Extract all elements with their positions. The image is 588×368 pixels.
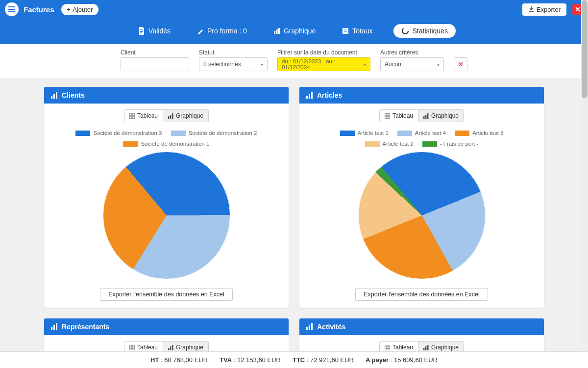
card-representants: Représentants Tableau Graphique <box>44 318 289 352</box>
add-button[interactable]: + Ajouter <box>61 4 99 15</box>
legend-item[interactable]: Société de démonstration 2 <box>171 130 257 136</box>
autres-select[interactable]: Aucun ▾ <box>380 57 444 71</box>
svg-rect-2 <box>278 28 280 34</box>
content-area: Clients Tableau Graphique Société de dém… <box>0 78 588 352</box>
close-icon <box>575 7 580 12</box>
legend-label: Société de démonstration 3 <box>93 130 162 136</box>
legend-label: Article test 1 <box>358 130 389 136</box>
legend-clients: Société de démonstration 3Société de dém… <box>64 130 270 147</box>
toggle-label: Tableau <box>137 344 158 351</box>
toggle-table[interactable]: Tableau <box>124 110 163 122</box>
export-excel-button[interactable]: Exporter l'ensemble des données en Excel <box>100 288 233 301</box>
svg-rect-12 <box>306 96 308 99</box>
legend-item[interactable]: Article test 3 <box>455 130 503 136</box>
legend-swatch <box>171 131 186 136</box>
tab-label: Pro forma : 0 <box>207 27 247 35</box>
svg-rect-8 <box>129 113 135 119</box>
pencil-icon <box>197 27 204 34</box>
ht-value: 60 768,00 EUR <box>164 356 208 364</box>
toggle-table[interactable]: Tableau <box>380 110 418 122</box>
tab-totaux[interactable]: Totaux <box>336 24 378 38</box>
svg-rect-1 <box>276 29 277 34</box>
svg-point-4 <box>402 28 408 34</box>
svg-rect-9 <box>168 116 170 119</box>
legend-item[interactable]: Article test 2 <box>365 141 414 147</box>
svg-rect-29 <box>385 345 390 350</box>
legend-swatch <box>123 141 138 147</box>
tab-graphique[interactable]: Graphique <box>268 24 321 38</box>
statut-select[interactable]: 0 sélectionnés ▾ <box>199 57 268 71</box>
table-icon <box>129 345 135 350</box>
apayer-value: 15 609,60 EUR <box>394 356 438 364</box>
chevron-down-icon: ▾ <box>261 62 263 67</box>
svg-rect-23 <box>168 348 170 350</box>
bar-chart-icon <box>306 92 313 99</box>
pie-chart-articles <box>358 152 486 279</box>
page-title: Factures <box>24 5 54 14</box>
toggle-table[interactable]: Tableau <box>380 342 418 352</box>
svg-rect-30 <box>423 348 425 350</box>
tab-proforma[interactable]: Pro forma : 0 <box>191 24 253 38</box>
legend-item[interactable]: Article test 1 <box>340 130 389 136</box>
scrollbar[interactable] <box>581 0 588 351</box>
toggle-chart[interactable]: Graphique <box>418 110 464 122</box>
footer-totals: HT : 60 768,00 EUR TVA : 12 153,60 EUR T… <box>0 351 588 368</box>
filter-client-label: Client <box>121 49 189 56</box>
svg-rect-18 <box>427 113 429 119</box>
legend-swatch <box>455 131 469 136</box>
svg-rect-15 <box>385 113 390 119</box>
tabs: Validés Pro forma : 0 Graphique Totaux S… <box>0 19 588 43</box>
legend-label: Société de démonstration 1 <box>141 141 209 147</box>
svg-rect-24 <box>170 346 172 350</box>
toggle-label: Graphique <box>431 344 459 351</box>
legend-label: Article test 3 <box>472 130 503 136</box>
export-excel-button[interactable]: Exporter l'ensemble des données en Excel <box>355 288 488 301</box>
legend-item[interactable]: - Frais de port - <box>422 141 479 147</box>
svg-rect-11 <box>172 113 173 119</box>
svg-rect-27 <box>309 325 310 330</box>
legend-item[interactable]: Société de démonstration 1 <box>123 141 209 147</box>
chart-icon <box>273 27 280 34</box>
document-icon <box>138 27 145 35</box>
legend-item[interactable]: Société de démonstration 3 <box>75 130 162 136</box>
autres-value: Aucun <box>385 61 401 68</box>
toggle-label: Tableau <box>137 112 158 119</box>
tab-statistiques[interactable]: Statistiques <box>393 24 456 38</box>
bar-chart-icon <box>306 323 313 330</box>
table-icon <box>129 113 135 119</box>
export-label: Exporter <box>537 6 561 13</box>
toggle-label: Graphique <box>176 344 203 351</box>
toggle-chart[interactable]: Graphique <box>418 342 464 352</box>
legend-item[interactable]: Article test 4 <box>397 130 446 136</box>
svg-rect-25 <box>172 345 173 350</box>
client-input[interactable] <box>121 57 189 71</box>
tab-valides[interactable]: Validés <box>132 24 176 38</box>
svg-rect-19 <box>51 327 52 330</box>
calculator-icon <box>342 27 349 34</box>
svg-rect-3 <box>343 28 348 34</box>
card-title: Activités <box>317 323 345 331</box>
clear-filter-button[interactable] <box>454 57 467 71</box>
svg-rect-31 <box>425 346 427 350</box>
download-icon <box>528 6 534 12</box>
plus-icon: + <box>67 6 71 13</box>
view-toggle: Tableau Graphique <box>379 341 464 352</box>
toggle-chart[interactable]: Graphique <box>163 342 208 352</box>
legend-swatch <box>397 131 412 136</box>
date-range-select[interactable]: du : 01/12/2023 - au : 01/12/2024 ▾ <box>277 57 370 71</box>
legend-label: Société de démonstration 2 <box>189 130 257 136</box>
menu-button[interactable] <box>5 2 19 16</box>
scrollbar-thumb[interactable] <box>582 0 588 98</box>
pie-chart-clients <box>103 152 230 279</box>
card-clients: Clients Tableau Graphique Société de dém… <box>44 87 289 308</box>
export-button[interactable]: Exporter <box>522 3 566 16</box>
view-toggle: Tableau Graphique <box>379 109 464 122</box>
toggle-table[interactable]: Tableau <box>124 342 163 352</box>
stats-icon <box>401 27 409 35</box>
filter-statut-label: Statut <box>199 49 268 56</box>
ttc-label: TTC <box>293 356 305 364</box>
table-icon <box>385 113 390 119</box>
svg-rect-16 <box>423 116 425 119</box>
card-articles: Articles Tableau Graphique Article test … <box>299 87 544 308</box>
toggle-chart[interactable]: Graphique <box>163 110 208 122</box>
